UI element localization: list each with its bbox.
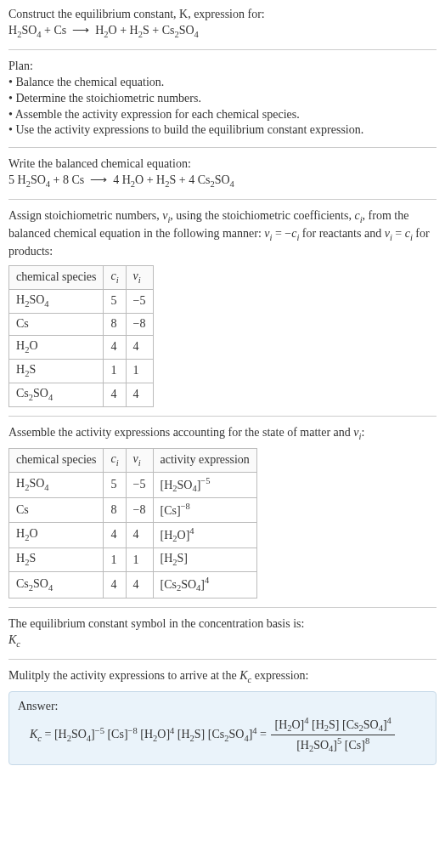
table-row: H2S 1 1 xyxy=(9,359,154,383)
answer-label: Answer: xyxy=(18,699,427,715)
cell-species: Cs2SO4 xyxy=(9,383,104,406)
plan-item: • Balance the chemical equation. xyxy=(8,75,437,91)
divider xyxy=(8,416,437,417)
cell-ci: 4 xyxy=(104,572,126,599)
col-ci: ci xyxy=(104,266,126,290)
col-species: chemical species xyxy=(9,266,104,290)
multiply-line: Mulitply the activity expressions to arr… xyxy=(8,668,437,686)
table-row: Cs 8 −8 xyxy=(9,313,154,335)
col-vi: νi xyxy=(126,448,153,472)
plan-item: • Use the activity expressions to build … xyxy=(8,122,437,139)
answer-expression: Kc = [H2SO4]−5 [Cs]−8 [H2O]4 [H2S] [Cs2S… xyxy=(18,715,427,756)
col-vi: νi xyxy=(126,266,153,290)
cell-ci: 5 xyxy=(104,472,126,498)
cell-activity: [Cs2SO4]4 xyxy=(153,572,256,599)
cell-species: Cs xyxy=(9,498,104,523)
cell-activity: [H2S] xyxy=(153,548,256,572)
cell-ci: 1 xyxy=(104,359,126,383)
cell-species: H2O xyxy=(9,335,104,359)
cell-ci: 8 xyxy=(104,498,126,523)
cell-vi: 4 xyxy=(126,335,153,359)
plan-item: • Determine the stoichiometric numbers. xyxy=(8,91,437,107)
prompt-equation: H2SO4 + Cs ⟶ H2O + H2S + Cs2SO4 xyxy=(8,23,437,41)
table-header-row: chemical species ci νi xyxy=(9,266,154,290)
col-species: chemical species xyxy=(9,448,104,472)
table-row: Cs 8 −8 [Cs]−8 xyxy=(9,498,257,523)
cell-vi: −8 xyxy=(126,498,153,523)
table-row: H2S 1 1 [H2S] xyxy=(9,548,257,572)
divider xyxy=(8,199,437,200)
balanced-title: Write the balanced chemical equation: xyxy=(8,156,437,173)
divider xyxy=(8,49,437,50)
cell-activity: [H2O]4 xyxy=(153,522,256,548)
cell-activity: [Cs]−8 xyxy=(153,498,256,523)
col-activity: activity expression xyxy=(153,448,256,472)
symbol-line: The equilibrium constant symbol in the c… xyxy=(8,616,437,633)
cell-species: Cs xyxy=(9,313,104,335)
cell-ci: 5 xyxy=(104,289,126,313)
cell-vi: −8 xyxy=(126,313,153,335)
cell-activity: [H2SO4]−5 xyxy=(153,472,256,498)
divider xyxy=(8,607,437,608)
symbol-value: Kc xyxy=(8,633,437,650)
plan-item: • Assemble the activity expression for e… xyxy=(8,107,437,123)
table-row: Cs2SO4 4 4 [Cs2SO4]4 xyxy=(9,572,257,599)
cell-vi: 4 xyxy=(126,383,153,406)
cell-species: H2S xyxy=(9,359,104,383)
table-row: H2SO4 5 −5 xyxy=(9,289,154,313)
cell-species: Cs2SO4 xyxy=(9,572,104,599)
table-row: H2O 4 4 xyxy=(9,335,154,359)
balanced-equation: 5 H2SO4 + 8 Cs ⟶ 4 H2O + H2S + 4 Cs2SO4 xyxy=(8,173,437,190)
cell-ci: 8 xyxy=(104,313,126,335)
cell-species: H2S xyxy=(9,548,104,572)
activity-table: chemical species ci νi activity expressi… xyxy=(8,448,257,599)
answer-numerator: [H2O]4 [H2S] [Cs2SO4]4 xyxy=(271,715,394,736)
cell-vi: 4 xyxy=(126,522,153,548)
table-row: Cs2SO4 4 4 xyxy=(9,383,154,406)
prompt-text: Construct the equilibrium constant, K, e… xyxy=(8,8,265,20)
cell-vi: 4 xyxy=(126,572,153,599)
cell-vi: 1 xyxy=(126,359,153,383)
plan-title: Plan: xyxy=(8,59,437,75)
table-header-row: chemical species ci νi activity expressi… xyxy=(9,448,257,472)
assign-text: Assign stoichiometric numbers, νi, using… xyxy=(8,208,437,260)
cell-vi: 1 xyxy=(126,548,153,572)
stoich-table: chemical species ci νi H2SO4 5 −5 Cs 8 −… xyxy=(8,265,154,407)
cell-species: H2O xyxy=(9,522,104,548)
cell-ci: 4 xyxy=(104,335,126,359)
answer-box: Answer: Kc = [H2SO4]−5 [Cs]−8 [H2O]4 [H2… xyxy=(8,691,437,765)
cell-ci: 1 xyxy=(104,548,126,572)
cell-ci: 4 xyxy=(104,383,126,406)
activity-text: Assemble the activity expressions accoun… xyxy=(8,425,437,443)
divider xyxy=(8,659,437,660)
cell-species: H2SO4 xyxy=(9,472,104,498)
prompt-line1: Construct the equilibrium constant, K, e… xyxy=(8,7,437,23)
cell-ci: 4 xyxy=(104,522,126,548)
answer-denominator: [H2SO4]5 [Cs]8 xyxy=(271,735,394,756)
cell-species: H2SO4 xyxy=(9,289,104,313)
table-row: H2O 4 4 [H2O]4 xyxy=(9,522,257,548)
cell-vi: −5 xyxy=(126,472,153,498)
divider xyxy=(8,147,437,148)
cell-vi: −5 xyxy=(126,289,153,313)
col-ci: ci xyxy=(104,448,126,472)
table-row: H2SO4 5 −5 [H2SO4]−5 xyxy=(9,472,257,498)
